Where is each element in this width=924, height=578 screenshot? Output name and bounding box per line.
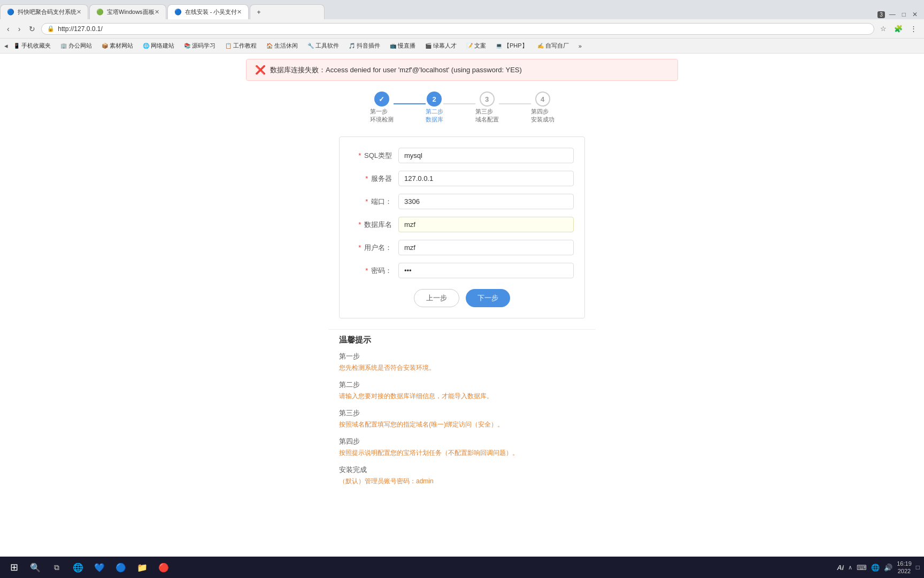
step-4-label: 第四步 安装成功 (531, 108, 555, 124)
bookmark-learn-icon: 📚 (184, 43, 190, 49)
bookmark-network[interactable]: 🌐 网络建站 (138, 41, 179, 51)
bookmark-material[interactable]: 📦 素材网站 (97, 41, 137, 51)
bookmark-douyin[interactable]: 🎵 抖音插件 (344, 41, 384, 51)
taskbar-clock: 16:19 (897, 560, 912, 567)
tip-step-2-desc: 请输入您要对接的数据库详细信息，才能导入数据库。 (339, 392, 585, 401)
bookmark-green[interactable]: 🎬 绿幕人才 (421, 41, 461, 51)
taskbar-search[interactable]: 🔍 (26, 559, 45, 576)
form-row-sql: * SQL类型 (350, 148, 574, 163)
next-button[interactable]: 下一步 (466, 289, 510, 307)
tip-complete: 安装完成 （默认）管理员账号密码：admin (339, 465, 585, 486)
forward-button[interactable]: › (16, 23, 24, 35)
password-input[interactable] (398, 263, 574, 278)
bookmark-php[interactable]: 💻 【PHP】 (491, 41, 532, 51)
form-label-server: * 服务器 (350, 174, 398, 184)
bookmarks-left-arrow[interactable]: ◂ (4, 42, 8, 50)
bookmarks-bar: ◂ 📱 手机收藏夹 🏢 办公网站 📦 素材网站 🌐 网络建站 📚 源码学习 📋 … (0, 39, 924, 54)
form-container: * SQL类型 * 服务器 * 端口： (339, 136, 585, 318)
bookmark-star-button[interactable]: ☆ (877, 23, 889, 34)
error-message: 数据库连接失败：Access denied for user 'mzf'@'lo… (270, 65, 522, 75)
reload-button[interactable]: ↻ (26, 23, 38, 35)
step-1: ✓ 第一步 环境检测 (370, 92, 394, 124)
bookmark-live[interactable]: 📺 慢直播 (386, 41, 420, 51)
tab-3[interactable]: 🔵 在线安装 - 小吴支付 ✕ (167, 4, 249, 19)
bookmark-work[interactable]: 📋 工作教程 (221, 41, 261, 51)
taskbar-date: 2022 (897, 567, 912, 575)
connector-2-3 (443, 103, 475, 104)
bookmark-more[interactable]: » (574, 42, 586, 50)
taskbar-network-icon[interactable]: 🌐 (871, 564, 880, 572)
bookmark-life[interactable]: 🏠 生活休闲 (262, 41, 302, 51)
tip-step-4-title: 第四步 (339, 437, 585, 446)
address-text: http://127.0.0.1/ (58, 25, 102, 33)
bookmark-office[interactable]: 🏢 办公网站 (56, 41, 96, 51)
bookmark-life-icon: 🏠 (266, 43, 273, 49)
taskbar-browser[interactable]: 🌐 (68, 559, 88, 576)
bookmark-selfwrite[interactable]: ✍ 自写自厂 (533, 41, 573, 51)
taskbar-app2[interactable]: 💙 (90, 559, 109, 576)
taskbar-explorer-icon: 📁 (137, 562, 148, 573)
bookmark-green-icon: 🎬 (425, 43, 432, 49)
sql-type-input[interactable] (398, 148, 574, 163)
tip-step-4: 第四步 按照提示说明配置您的宝塔计划任务（不配置影响回调问题）。 (339, 437, 585, 458)
taskbar-browser-icon: 🌐 (73, 562, 83, 573)
taskbar-record[interactable]: 🔴 (154, 559, 173, 576)
server-input[interactable] (398, 171, 574, 186)
maximize-icon[interactable]: □ (900, 10, 908, 19)
tab-2-icon: 🟢 (96, 9, 104, 16)
taskbar-volume-icon[interactable]: 🔊 (884, 564, 892, 572)
bookmark-tools[interactable]: 🔧 工具软件 (303, 41, 343, 51)
tab-2-close[interactable]: ✕ (155, 9, 159, 16)
bookmark-phone-icon: 📱 (13, 43, 20, 49)
port-input[interactable] (398, 194, 574, 209)
back-button[interactable]: ‹ (4, 23, 12, 35)
bookmark-copywrite[interactable]: 📝 文案 (462, 41, 490, 51)
taskbar: ⊞ 🔍 ⧉ 🌐 💙 🔵 📁 🔴 Ai ∧ ⌨ 🌐 🔊 16:19 2022 □ (0, 557, 924, 578)
taskbar-app3[interactable]: 🔵 (111, 559, 130, 576)
extensions-button[interactable]: 🧩 (891, 23, 905, 34)
installer: ✓ 第一步 环境检测 2 第二步 数据库 3 第三步 (328, 86, 596, 329)
tip-step-3: 第三步 按照域名配置填写您的指定域名(唯一)绑定访问（安全）。 (339, 408, 585, 429)
close-window-icon[interactable]: ✕ (910, 10, 920, 19)
step-2-label: 第二步 数据库 (426, 108, 443, 124)
taskbar-notification[interactable]: □ (916, 564, 920, 571)
taskbar-task-view[interactable]: ⧉ (47, 559, 66, 576)
prev-button[interactable]: 上一步 (414, 289, 459, 307)
step-3-circle: 3 (480, 92, 495, 107)
taskbar-record-icon: 🔴 (158, 562, 169, 573)
taskbar-ai-label: Ai (837, 564, 844, 572)
taskbar-explorer[interactable]: 📁 (133, 559, 152, 576)
dbname-input[interactable] (398, 217, 574, 232)
bookmark-php-icon: 💻 (496, 43, 502, 49)
tab-counter: 3 (877, 11, 885, 18)
bookmark-material-icon: 📦 (102, 43, 108, 49)
minimize-icon[interactable]: — (887, 10, 898, 19)
connector-3-4 (499, 103, 531, 104)
taskbar-up-arrow[interactable]: ∧ (848, 564, 852, 571)
taskbar-search-icon: 🔍 (30, 562, 41, 573)
form-label-password: * 密码： (350, 266, 398, 276)
nav-actions: ☆ 🧩 ⋮ (877, 23, 920, 34)
username-input[interactable] (398, 240, 574, 255)
address-bar[interactable]: 🔒 http://127.0.0.1/ (41, 23, 874, 35)
tip-step-3-desc: 按照域名配置填写您的指定域名(唯一)绑定访问（安全）。 (339, 420, 585, 429)
tab-right-controls: 3 — □ ✕ (877, 10, 924, 19)
tab-1[interactable]: 🔵 抖快吧聚合码支付系统 ✕ (0, 4, 88, 19)
more-button[interactable]: ⋮ (907, 23, 920, 34)
bookmark-learn[interactable]: 📚 源码学习 (180, 41, 220, 51)
tab-2[interactable]: 🟢 宝塔Windows面板 ✕ (89, 4, 166, 19)
new-tab-button[interactable]: + (250, 4, 325, 19)
tab-3-close[interactable]: ✕ (237, 9, 242, 16)
tab-3-icon: 🔵 (174, 9, 182, 16)
steps-bar: ✓ 第一步 环境检测 2 第二步 数据库 3 第三步 (339, 92, 585, 124)
taskbar-keyboard-icon[interactable]: ⌨ (857, 564, 867, 572)
step-3: 3 第三步 域名配置 (475, 92, 499, 124)
taskbar-time[interactable]: 16:19 2022 (897, 560, 912, 575)
tip-step-1-desc: 您先检测系统是否符合安装环境。 (339, 363, 585, 372)
bookmark-live-icon: 📺 (390, 43, 396, 49)
bookmark-phone[interactable]: 📱 手机收藏夹 (9, 41, 55, 51)
tab-1-close[interactable]: ✕ (76, 9, 81, 16)
tip-complete-desc: （默认）管理员账号密码：admin (339, 477, 585, 486)
taskbar-start[interactable]: ⊞ (4, 559, 24, 576)
error-icon: ❌ (255, 65, 266, 75)
